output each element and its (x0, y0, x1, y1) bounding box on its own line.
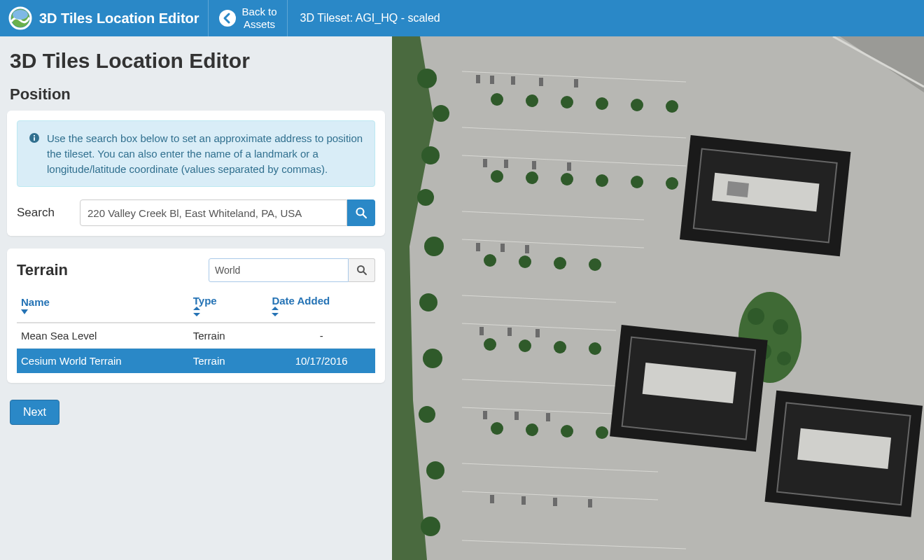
svg-point-20 (419, 293, 438, 312)
position-search-row: Search (17, 200, 375, 226)
svg-rect-73 (532, 161, 536, 169)
svg-point-25 (491, 93, 503, 106)
terrain-col-name[interactable]: Name (17, 289, 189, 323)
svg-point-30 (666, 100, 678, 113)
address-search-button[interactable] (347, 200, 375, 226)
svg-rect-71 (483, 159, 487, 167)
terrain-card: Terrain (7, 248, 385, 383)
svg-rect-70 (574, 79, 578, 88)
svg-point-28 (596, 97, 608, 110)
svg-rect-76 (500, 244, 505, 252)
svg-line-8 (363, 215, 366, 218)
terrain-col-type[interactable]: Type (189, 289, 268, 323)
svg-point-40 (589, 258, 601, 271)
back-to-assets-button[interactable]: Back to Assets (209, 0, 288, 36)
svg-rect-67 (490, 76, 494, 84)
svg-point-15 (417, 69, 437, 88)
svg-point-2 (13, 10, 28, 20)
svg-point-46 (526, 424, 538, 436)
svg-point-36 (666, 177, 678, 190)
sort-both-icon (272, 307, 371, 316)
top-bar: 3D Tiles Location Editor Back to Assets … (0, 0, 924, 36)
cell-type: Terrain (189, 323, 268, 349)
svg-point-45 (491, 422, 503, 435)
svg-rect-6 (34, 135, 35, 136)
search-icon (355, 206, 368, 219)
col-type-label: Type (193, 295, 217, 307)
svg-rect-75 (476, 243, 480, 251)
svg-rect-83 (546, 413, 550, 421)
svg-point-19 (424, 237, 444, 256)
svg-rect-86 (553, 498, 557, 506)
svg-point-23 (426, 461, 444, 479)
svg-point-50 (748, 308, 764, 325)
terrain-filter-input[interactable] (209, 258, 349, 282)
table-row[interactable]: Cesium World Terrain Terrain 10/17/2016 (17, 349, 375, 374)
svg-point-51 (773, 319, 788, 335)
terrain-filter-group (209, 258, 375, 282)
globe-logo-icon (8, 6, 32, 30)
terrain-header: Terrain (17, 258, 375, 282)
search-label: Search (17, 206, 80, 220)
svg-rect-68 (511, 76, 515, 85)
svg-rect-78 (479, 327, 484, 335)
table-row[interactable]: Mean Sea Level Terrain - (17, 323, 375, 349)
svg-rect-91 (727, 181, 749, 197)
address-search-input[interactable] (80, 200, 347, 226)
svg-point-44 (589, 342, 601, 355)
svg-point-18 (417, 189, 434, 206)
info-text: Use the search box below to set an appro… (47, 131, 363, 176)
svg-point-43 (554, 341, 566, 354)
arrow-left-circle-icon (218, 9, 237, 27)
terrain-col-date[interactable]: Date Added (267, 289, 375, 323)
next-button[interactable]: Next (10, 400, 59, 425)
sort-desc-icon (21, 308, 185, 315)
svg-point-48 (596, 426, 608, 439)
info-icon (29, 132, 40, 176)
svg-point-32 (526, 172, 538, 184)
svg-point-53 (777, 351, 791, 365)
main-layout: 3D Tiles Location Editor Position Use th… (0, 36, 924, 560)
svg-point-39 (554, 257, 566, 270)
left-panel: 3D Tiles Location Editor Position Use th… (0, 36, 392, 560)
search-icon (356, 265, 368, 276)
map-view[interactable] (392, 36, 924, 560)
svg-point-34 (596, 174, 608, 187)
cell-name: Cesium World Terrain (17, 349, 189, 374)
svg-point-33 (561, 173, 573, 186)
svg-rect-5 (34, 137, 35, 141)
terrain-section-label: Terrain (17, 261, 68, 279)
col-date-label: Date Added (272, 295, 330, 307)
app-title: 3D Tiles Location Editor (39, 10, 200, 27)
cell-date: - (267, 323, 375, 349)
position-card: Use the search box below to set an appro… (7, 111, 385, 236)
svg-point-42 (519, 340, 531, 352)
svg-rect-85 (522, 496, 526, 505)
svg-rect-77 (525, 245, 529, 253)
svg-point-35 (631, 176, 643, 188)
svg-point-26 (526, 94, 538, 107)
aerial-map-canvas (392, 36, 924, 560)
svg-point-21 (423, 349, 442, 368)
svg-rect-82 (514, 412, 519, 420)
svg-rect-87 (588, 499, 592, 507)
svg-rect-84 (490, 495, 494, 503)
svg-point-16 (433, 105, 449, 122)
svg-point-38 (519, 255, 531, 268)
svg-point-27 (561, 96, 573, 108)
svg-rect-80 (536, 329, 540, 337)
svg-point-24 (421, 517, 440, 536)
svg-point-22 (419, 406, 435, 423)
breadcrumb-text: 3D Tileset: AGI_HQ - scaled (300, 12, 440, 24)
svg-rect-81 (483, 411, 487, 419)
info-box: Use the search box below to set an appro… (17, 120, 375, 187)
svg-point-29 (631, 99, 643, 111)
svg-line-10 (363, 272, 366, 274)
terrain-filter-button[interactable] (349, 258, 375, 282)
cell-name: Mean Sea Level (17, 323, 189, 349)
svg-point-3 (219, 10, 236, 27)
search-input-group (80, 200, 375, 226)
svg-rect-79 (507, 328, 512, 336)
svg-point-31 (491, 170, 503, 183)
svg-rect-69 (539, 78, 543, 86)
